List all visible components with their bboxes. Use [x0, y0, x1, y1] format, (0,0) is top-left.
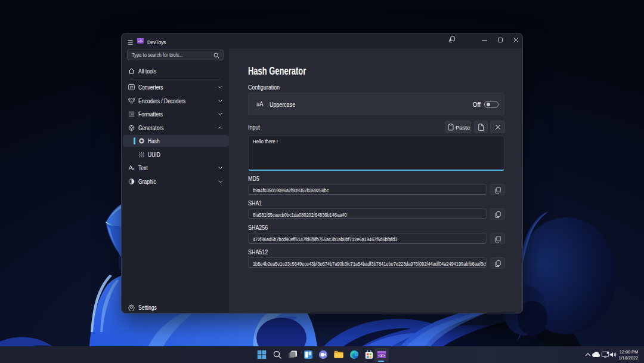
svg-text:</>: </>: [138, 39, 143, 43]
svg-text:</>: </>: [379, 353, 385, 358]
